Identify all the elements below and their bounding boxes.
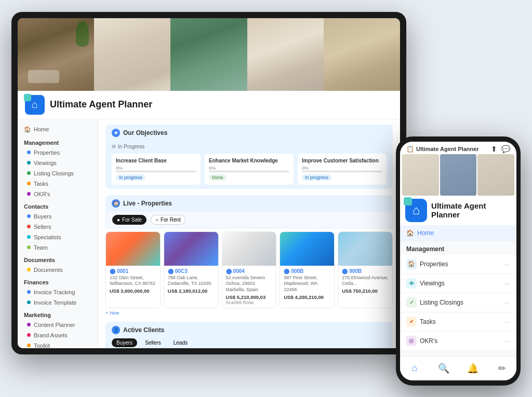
- share-icon[interactable]: ⬆: [491, 145, 497, 153]
- phone-nav-dots-okrs: ···: [504, 337, 510, 345]
- sidebar-item-content-planner[interactable]: Content Planner: [18, 320, 98, 330]
- in-progress-badge: ⟳ In Progress: [112, 144, 144, 149]
- tablet-body: 🏠 Home Management Properties Viewings Li…: [18, 119, 400, 348]
- phone-status-bar: 📋 Ultimate Agent Planner ⬆ 💬: [400, 142, 516, 154]
- phone-logo-row: Ultimate Agent Planner: [400, 196, 516, 225]
- objectives-grid: Increase Client Base 0% In progress Enha…: [112, 154, 387, 185]
- prop-addr-4: 987 Pine Street, Maplewood, WA 22456: [284, 275, 330, 293]
- sidebar-section-documents: Documents: [18, 253, 98, 265]
- obj-title-1: Increase Client Base: [116, 158, 196, 163]
- phone-nav-dots-properties: ···: [504, 260, 510, 268]
- header-image-4: [247, 18, 324, 91]
- sidebar-item-properties[interactable]: Properties: [18, 147, 98, 158]
- sidebar-item-toolkit[interactable]: Toolkit: [18, 340, 98, 348]
- new-property-label[interactable]: + New: [105, 310, 393, 316]
- dot-icon: [27, 235, 31, 239]
- objective-card-2: Enhance Market Knowledge 0% Done: [205, 154, 294, 185]
- phone-body: 🏠 Home Management 🏠 Properties ··· 👁 Vie…: [400, 225, 516, 356]
- property-card-1: ⬤0001 132 Glen Street, Williamson, CA 98…: [105, 231, 161, 308]
- phone-nav-viewings[interactable]: 👁 Viewings ···: [400, 274, 516, 293]
- dot-icon: [27, 300, 31, 304]
- home-icon: 🏠: [24, 126, 31, 133]
- header-image-1: [18, 18, 94, 91]
- sidebar-item-specialists[interactable]: Specialists: [18, 232, 98, 242]
- phone-nav-dots-closings: ···: [504, 298, 510, 307]
- obj-title-2: Enhance Market Knowledge: [209, 158, 289, 163]
- tab-leads[interactable]: Leads: [169, 338, 192, 347]
- sidebar-item-buyers[interactable]: Buyers: [18, 211, 98, 222]
- sidebar-item-sellers[interactable]: Sellers: [18, 222, 98, 232]
- dot-icon: [27, 192, 31, 196]
- tab-sellers[interactable]: Sellers: [140, 338, 166, 347]
- prop-price-1: US$ 3,000,000,00: [110, 288, 156, 294]
- tablet-header-images: [18, 18, 400, 91]
- comment-icon[interactable]: 💬: [501, 145, 510, 153]
- property-image-2: [164, 232, 218, 266]
- okrs-nav-icon: ◎: [406, 336, 417, 346]
- phone-section-contacts: Contacts: [400, 351, 516, 356]
- obj-badge-2: Done: [209, 174, 227, 181]
- properties-grid: ⬤0001 132 Glen Street, Williamson, CA 98…: [105, 231, 393, 308]
- sidebar-item-viewings[interactable]: Viewings: [18, 158, 98, 168]
- phone-bottom-bar: ⌂ 🔍 🔔 ✏: [400, 356, 516, 380]
- prop-price-4: US$ 4,200,210,00: [284, 294, 330, 300]
- tab-buyers[interactable]: Buyers: [112, 338, 137, 347]
- tablet-screen: Ultimate Agent Planner 🏠 Home Management…: [18, 18, 400, 348]
- dot-icon: [27, 333, 31, 337]
- scene: Ultimate Agent Planner 🏠 Home Management…: [11, 12, 521, 386]
- sidebar-item-okrs[interactable]: OKR's: [18, 189, 98, 199]
- sidebar-section-contacts: Contacts: [18, 199, 98, 211]
- phone-logo: [405, 199, 427, 222]
- dot-icon: [27, 245, 31, 249]
- header-image-5: [324, 18, 400, 91]
- prop-id-3: ⬤0004: [226, 268, 273, 274]
- dot-icon: [27, 290, 31, 294]
- dot-icon: [27, 323, 31, 326]
- prop-price-2: US$ 2,180,012,00: [168, 288, 215, 294]
- phone-nav-dots-viewings: ···: [504, 279, 510, 288]
- sidebar-item-invoice-tracking[interactable]: Invoice Tracking: [18, 287, 98, 297]
- objectives-header: ★ Our Objectives: [112, 129, 387, 137]
- tasks-nav-icon: ✔: [406, 317, 417, 327]
- prop-id-4: ⬤000B: [284, 268, 330, 274]
- phone-nav-listing-closings[interactable]: ✓ Listing Closings ···: [400, 293, 516, 312]
- property-image-4: [280, 232, 334, 266]
- phone-nav-home[interactable]: 🏠 Home: [400, 225, 516, 241]
- phone-nav-tasks[interactable]: ✔ Tasks ···: [400, 312, 516, 332]
- tab-for-sale[interactable]: ● For Sale: [112, 215, 147, 225]
- sidebar-item-invoice-template[interactable]: Invoice Template: [18, 297, 98, 308]
- dot-icon: [27, 268, 31, 271]
- phone-screen: 📋 Ultimate Agent Planner ⬆ 💬 Ultimate Ag…: [400, 142, 516, 380]
- prop-id-5: ⬤900B: [342, 268, 389, 274]
- sidebar-section-management: Management: [18, 135, 98, 147]
- dot-icon: [27, 171, 31, 175]
- sidebar-item-brand-assets[interactable]: Brand Assets: [18, 330, 98, 340]
- phone-nav-properties[interactable]: 🏠 Properties ···: [400, 255, 516, 274]
- phone-nav-okrs[interactable]: ◎ OKR's ···: [400, 332, 516, 351]
- main-content: ★ Our Objectives ⟳ In Progress Increase …: [98, 119, 400, 348]
- app-logo: [25, 95, 45, 115]
- sidebar-item-documents[interactable]: Documents: [18, 265, 98, 275]
- tab-for-rent[interactable]: ○ For Rent: [151, 215, 185, 225]
- bottom-edit-icon[interactable]: ✏: [494, 361, 510, 376]
- properties-title: Live - Properties: [123, 200, 172, 207]
- objectives-section: ★ Our Objectives ⟳ In Progress Increase …: [105, 125, 393, 189]
- prop-addr-5: 270 Elmwood Avenue, Ceda...: [342, 275, 389, 287]
- sidebar-home[interactable]: 🏠 Home: [18, 124, 98, 135]
- phone-img-1: [402, 154, 439, 196]
- bottom-bell-icon[interactable]: 🔔: [465, 361, 481, 376]
- objectives-title: Our Objectives: [123, 129, 167, 136]
- obj-badge-3: In progress: [302, 174, 331, 181]
- prop-addr-3: 52 Avenida Severo Ochoa, 29602 Marbella,…: [226, 275, 273, 293]
- phone-app-name: Ultimate Agent Planner: [431, 201, 511, 219]
- listing-closings-nav-icon: ✓: [406, 297, 417, 308]
- sidebar-item-tasks[interactable]: Tasks: [18, 179, 98, 189]
- bottom-home-icon[interactable]: ⌂: [407, 361, 422, 376]
- sidebar-item-team[interactable]: Team: [18, 242, 98, 253]
- phone-title-bar: Ultimate Agent Planner: [416, 146, 491, 152]
- bottom-search-icon[interactable]: 🔍: [436, 361, 451, 376]
- prop-addr-2: 788 Oak Lane, Cedarville, TX 10345: [168, 275, 215, 287]
- properties-tab-row: ● For Sale ○ For Rent: [105, 212, 393, 228]
- prop-addr-1: 132 Glen Street, Williamson, CA 98762: [110, 275, 156, 287]
- sidebar-item-listing-closings[interactable]: Listing Closings: [18, 168, 98, 179]
